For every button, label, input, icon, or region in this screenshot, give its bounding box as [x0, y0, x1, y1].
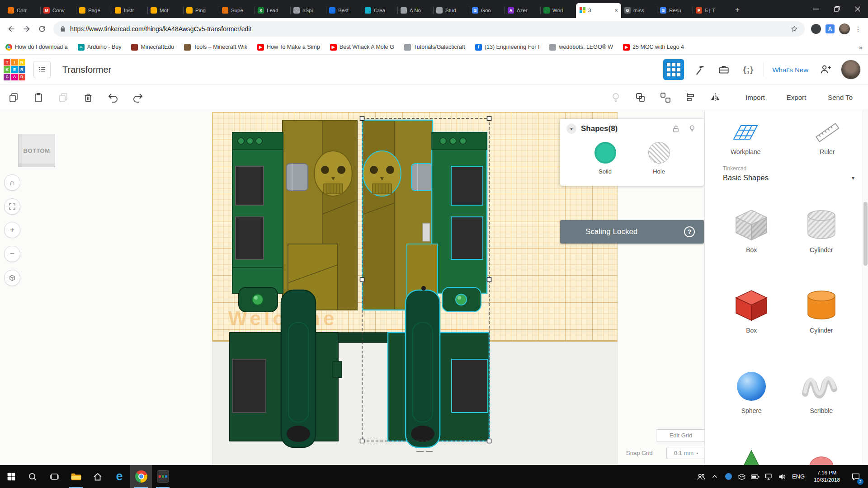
browser-tab[interactable]: GGoo — [469, 3, 505, 18]
copy-button[interactable] — [7, 91, 20, 104]
taskbar-search-button[interactable] — [22, 465, 43, 488]
design-list-button[interactable] — [33, 61, 51, 78]
undo-button[interactable] — [107, 91, 119, 104]
media-app-button[interactable] — [152, 465, 174, 488]
browser-tab[interactable]: P5 | T — [693, 3, 728, 18]
bookmark-item[interactable]: ▶How To Make a Simp — [257, 44, 320, 51]
browser-tab[interactable]: Crea — [362, 3, 397, 18]
bookmark-item[interactable]: How do I download a — [5, 44, 68, 51]
network-status[interactable] — [762, 465, 776, 488]
close-button[interactable] — [847, 0, 868, 18]
file-explorer-button[interactable] — [65, 465, 87, 488]
browser-tab[interactable]: Stud — [433, 3, 469, 18]
zoom-out-button[interactable]: − — [4, 246, 20, 262]
browser-tab[interactable]: AAzer — [505, 3, 540, 18]
help-icon[interactable]: ? — [684, 226, 695, 237]
minimize-button[interactable] — [806, 0, 826, 18]
workplane-tool[interactable]: Workplane — [705, 121, 787, 155]
browser-tab[interactable]: Mot — [147, 3, 183, 18]
user-avatar[interactable] — [841, 60, 861, 80]
tinkercad-logo[interactable]: TINKERCAD — [4, 59, 25, 80]
task-view-button[interactable] — [43, 465, 65, 488]
import-button[interactable]: Import — [741, 91, 769, 104]
bookmark-item[interactable]: Tutorials/Galacticraft — [404, 44, 465, 51]
design-title[interactable]: Transformer — [62, 65, 111, 75]
browser-tab[interactable]: Worl — [540, 3, 576, 18]
browser-tab[interactable]: MConv — [40, 3, 76, 18]
restore-button[interactable] — [826, 0, 847, 18]
reload-button[interactable] — [34, 21, 50, 37]
browser-tab[interactable]: Best — [326, 3, 362, 18]
home-view-button[interactable]: ⌂ — [4, 174, 20, 191]
forward-button[interactable] — [19, 21, 34, 37]
hole-swatch[interactable] — [648, 142, 670, 164]
start-button[interactable] — [0, 465, 22, 488]
fit-view-button[interactable] — [4, 198, 20, 215]
bookmark-item[interactable]: MinecraftEdu — [131, 44, 174, 51]
sidebar-scrollbar[interactable] — [863, 110, 868, 465]
browser-tab[interactable]: XLead — [255, 3, 290, 18]
back-button[interactable] — [4, 21, 19, 37]
collapse-caret-icon[interactable]: ▾ — [566, 124, 576, 134]
bookmark-item[interactable]: ▶25 MOC with Lego 4 — [623, 44, 684, 51]
chrome-button[interactable] — [130, 465, 152, 488]
home-app-button[interactable] — [87, 465, 108, 488]
browser-tab[interactable]: Corr — [5, 3, 40, 18]
dashboard-grid-button[interactable] — [663, 59, 684, 80]
send-to-button[interactable]: Send To — [823, 91, 857, 104]
clock[interactable]: 7:16 PM 10/31/2018 — [807, 465, 846, 488]
export-button[interactable]: Export — [782, 91, 811, 104]
browser-tab[interactable]: Page — [76, 3, 112, 18]
tray-overflow-button[interactable] — [708, 465, 722, 488]
browser-tab[interactable]: Instr — [112, 3, 147, 18]
address-bar[interactable]: https://www.tinkercad.com/things/kA48Aws… — [53, 21, 805, 37]
tab-close-icon[interactable]: × — [614, 7, 618, 14]
people-button[interactable] — [694, 465, 708, 488]
whats-new-link[interactable]: What's New — [770, 66, 810, 74]
delete-button[interactable] — [82, 91, 94, 104]
language-indicator[interactable]: ENG — [789, 465, 807, 488]
shape-item-box-striped[interactable]: Box — [717, 207, 787, 253]
hint-bulb-icon[interactable] — [609, 91, 622, 104]
browser-profile-avatar[interactable] — [839, 23, 850, 34]
bookmark-item[interactable]: ∞Arduino - Buy — [78, 44, 122, 51]
url-text[interactable]: https://www.tinkercad.com/things/kA48Aws… — [70, 25, 786, 33]
extension-icon[interactable] — [811, 24, 821, 34]
edit-grid-button[interactable]: Edit Grid — [656, 429, 706, 441]
pickaxe-icon[interactable] — [690, 61, 708, 79]
shape-item-partial-round[interactable] — [787, 449, 857, 465]
view-cube[interactable]: BOTTOM — [18, 134, 55, 167]
duplicate-button[interactable] — [57, 91, 70, 104]
browser-tab[interactable]: Gmiss — [621, 3, 657, 18]
shape-category-dropdown[interactable]: Basic Shapes ▾ — [723, 174, 854, 182]
browser-tab[interactable]: nSpi — [290, 3, 326, 18]
bookmark-item[interactable]: f(13) Engineering For I — [475, 44, 540, 51]
perspective-button[interactable] — [4, 270, 20, 286]
bookmark-star-icon[interactable] — [790, 25, 798, 33]
ungroup-button[interactable] — [659, 91, 672, 104]
edge-button[interactable]: e — [108, 465, 130, 488]
bookmark-item[interactable]: Tools – Minecraft Wik — [184, 44, 247, 51]
translate-icon[interactable]: A — [826, 24, 835, 33]
lightbulb-icon[interactable] — [688, 124, 697, 133]
mirror-button[interactable] — [709, 91, 722, 104]
shape-item-sphere[interactable]: Sphere — [717, 368, 787, 414]
align-button[interactable] — [684, 91, 697, 104]
shape-item-scribble[interactable]: Scribble — [787, 368, 857, 414]
browser-tab[interactable]: Supe — [219, 3, 255, 18]
invite-person-icon[interactable] — [816, 61, 835, 79]
browser-tab[interactable]: A No — [397, 3, 433, 18]
bookmarks-overflow-icon[interactable]: » — [854, 43, 863, 51]
shape-item-cylinder-orange[interactable]: Cylinder — [787, 288, 857, 334]
scrollbar-thumb[interactable] — [863, 202, 868, 266]
redo-button[interactable] — [132, 91, 144, 104]
ruler-tool[interactable]: Ruler — [787, 121, 868, 155]
bluetooth-status[interactable] — [722, 465, 735, 488]
group-button[interactable] — [634, 91, 647, 104]
shape-item-box-red[interactable]: Box — [717, 288, 787, 334]
shape-item-cylinder-striped[interactable]: Cylinder — [787, 207, 857, 253]
bookmark-item[interactable]: ▶Best Whack A Mole G — [330, 44, 394, 51]
codeblocks-icon[interactable]: {;} — [739, 61, 757, 79]
action-center-button[interactable]: 2 — [846, 465, 865, 488]
browser-tab[interactable]: GResu — [657, 3, 693, 18]
